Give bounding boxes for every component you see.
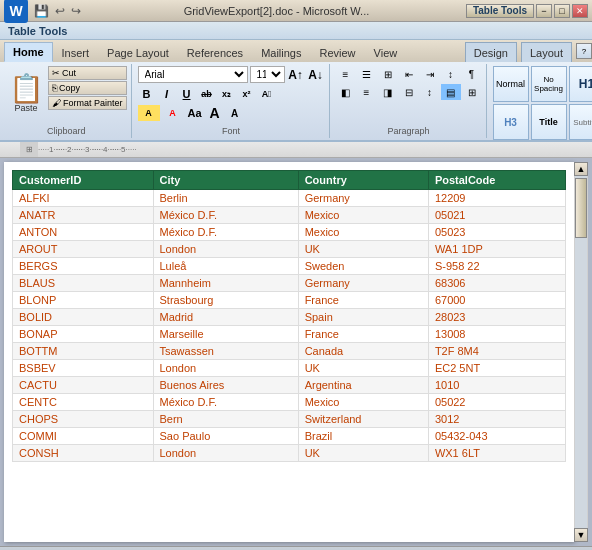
scroll-track[interactable] [575,176,587,528]
font-family-select[interactable]: Arial [138,66,248,83]
font-size-select[interactable]: 11 [250,66,285,83]
underline-btn[interactable]: U [178,86,196,102]
tab-review[interactable]: Review [310,42,364,62]
style-normal-btn[interactable]: Normal [493,66,529,102]
cut-btn[interactable]: ✂ Cut [48,66,127,80]
table-cell: S-958 22 [428,258,565,275]
border-btn[interactable]: ⊞ [462,84,482,100]
align-right-btn[interactable]: ◨ [378,84,398,100]
justify-btn[interactable]: ⊟ [399,84,419,100]
list-multi-btn[interactable]: ⊞ [378,66,398,82]
sort-btn[interactable]: ↕ [441,66,461,82]
tab-home[interactable]: Home [4,42,53,62]
font-color-btn[interactable]: A [162,105,184,121]
indent-decrease-btn[interactable]: ⇤ [399,66,419,82]
table-row[interactable]: CHOPSBernSwitzerland3012 [13,411,566,428]
tab-view[interactable]: View [365,42,407,62]
scroll-up-btn[interactable]: ▲ [574,162,588,176]
font-small-a-btn[interactable]: A [226,105,244,121]
clear-format-btn[interactable]: A⃝ [258,86,276,102]
ruler-mark-5: ·····5····· [110,145,128,154]
table-cell: BONAP [13,326,154,343]
list-unordered-btn[interactable]: ≡ [336,66,356,82]
grow-font-btn[interactable]: A↑ [287,67,305,83]
table-row[interactable]: COMMISao PauloBrazil05432-043 [13,428,566,445]
table-row[interactable]: BOTTMTsawassenCanadaT2F 8M4 [13,343,566,360]
style-h3-btn[interactable]: H3 [493,104,529,140]
table-row[interactable]: ALFKIBerlinGermany12209 [13,190,566,207]
show-formatting-btn[interactable]: ¶ [462,66,482,82]
style-h1-btn[interactable]: H1 [569,66,592,102]
table-cell: UK [298,445,428,462]
table-cell: Marseille [153,326,298,343]
clipboard-small-btns: ✂ Cut ⎘ Copy 🖌 Format Painter [48,66,127,110]
table-cell: ALFKI [13,190,154,207]
table-row[interactable]: BLAUSMannheimGermany68306 [13,275,566,292]
style-title-btn[interactable]: Title [531,104,567,140]
table-row[interactable]: BOLIDMadridSpain28023 [13,309,566,326]
table-row[interactable]: BONAPMarseilleFrance13008 [13,326,566,343]
style-row-2: H3 Title Subtitle ▼ [493,104,592,140]
scroll-thumb[interactable] [575,178,587,238]
table-row[interactable]: BERGSLuleåSwedenS-958 22 [13,258,566,275]
copy-btn[interactable]: ⎘ Copy [48,81,127,95]
tab-mailings[interactable]: Mailings [252,42,310,62]
table-cell: CONSH [13,445,154,462]
col-header-city: City [153,171,298,190]
table-row[interactable]: ANTONMéxico D.F.Mexico05023 [13,224,566,241]
line-spacing-btn[interactable]: ↕ [420,84,440,100]
table-row[interactable]: BSBEVLondonUKEC2 5NT [13,360,566,377]
tab-layout[interactable]: Layout [521,42,572,62]
format-painter-btn[interactable]: 🖌 Format Painter [48,96,127,110]
indent-increase-btn[interactable]: ⇥ [420,66,440,82]
font-size-aa-btn[interactable]: Aa [186,105,204,121]
table-cell: Mexico [298,224,428,241]
strikethrough-btn[interactable]: ab [198,86,216,102]
maximize-btn[interactable]: □ [554,4,570,18]
italic-btn[interactable]: I [158,86,176,102]
table-tools-label: Table Tools [466,4,534,18]
align-center-btn[interactable]: ≡ [357,84,377,100]
redo-quick-btn[interactable]: ↪ [69,3,83,19]
tab-references[interactable]: References [178,42,252,62]
table-row[interactable]: BLONPStrasbourgFrance67000 [13,292,566,309]
save-quick-btn[interactable]: 💾 [32,3,51,19]
title-text: GridViewExport[2].doc - Microsoft W... [87,5,466,17]
style-no-spacing-btn[interactable]: No Spacing [531,66,567,102]
align-left-btn[interactable]: ◧ [336,84,356,100]
minimize-btn[interactable]: − [536,4,552,18]
window-controls: Table Tools − □ ✕ [466,4,588,18]
table-cell: Canada [298,343,428,360]
superscript-btn[interactable]: x² [238,86,256,102]
table-row[interactable]: ANATRMéxico D.F.Mexico05021 [13,207,566,224]
para-row-2: ◧ ≡ ◨ ⊟ ↕ ▤ ⊞ [336,84,482,100]
list-ordered-btn[interactable]: ☰ [357,66,377,82]
subscript-btn[interactable]: x₂ [218,86,236,102]
ruler-mark-3: ·····3····· [74,145,92,154]
table-cell: 3012 [428,411,565,428]
bold-btn[interactable]: B [138,86,156,102]
table-row[interactable]: AROUTLondonUKWA1 1DP [13,241,566,258]
table-cell: 13008 [428,326,565,343]
table-row[interactable]: CENTCMéxico D.F.Mexico05022 [13,394,566,411]
table-cell: 05022 [428,394,565,411]
shrink-font-btn[interactable]: A↓ [307,67,325,83]
tab-page-layout[interactable]: Page Layout [98,42,178,62]
highlight-btn[interactable]: A [138,105,160,121]
tab-design[interactable]: Design [465,42,517,62]
data-table: CustomerID City Country PostalCode ALFKI… [12,170,566,462]
table-cell: Buenos Aires [153,377,298,394]
table-row[interactable]: CACTUBuenos AiresArgentina1010 [13,377,566,394]
close-btn[interactable]: ✕ [572,4,588,18]
shading-btn[interactable]: ▤ [441,84,461,100]
scroll-down-btn[interactable]: ▼ [574,528,588,542]
tab-insert[interactable]: Insert [53,42,99,62]
help-btn[interactable]: ? [576,43,592,59]
table-row[interactable]: CONSHLondonUKWX1 6LT [13,445,566,462]
undo-quick-btn[interactable]: ↩ [53,3,67,19]
paste-btn[interactable]: 📋 Paste [6,66,46,122]
table-cell: Argentina [298,377,428,394]
doc-page: CustomerID City Country PostalCode ALFKI… [4,162,574,542]
font-large-a-btn[interactable]: A [206,105,224,121]
style-subtitle-btn[interactable]: Subtitle [569,104,592,140]
